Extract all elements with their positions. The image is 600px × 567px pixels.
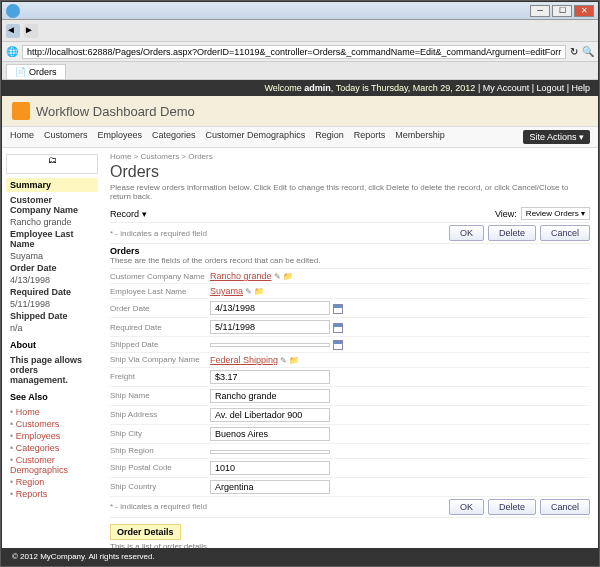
main-menu: Home Customers Employees Categories Cust… [2, 127, 598, 148]
about-title: About [6, 338, 98, 352]
lookup-icon[interactable]: 📁 [254, 287, 264, 296]
logout-link[interactable]: Logout [537, 83, 565, 93]
calendar-icon[interactable] [333, 323, 343, 333]
summary-value: 5/11/1998 [6, 298, 98, 310]
freight-input[interactable]: $3.17 [210, 370, 330, 384]
cancel-button[interactable]: Cancel [540, 499, 590, 515]
lookup-icon[interactable]: 📁 [289, 356, 299, 365]
orderdate-input[interactable]: 4/13/1998 [210, 301, 330, 315]
menu-region[interactable]: Region [315, 130, 344, 144]
order-form: Customer Company NameRancho grande✎📁 Emp… [110, 268, 590, 497]
shipcountry-input[interactable]: Argentina [210, 480, 330, 494]
nav-toolbar: ◄ ► [2, 20, 598, 42]
globe-icon: 🌐 [6, 46, 18, 57]
seealso-link[interactable]: Customer Demographics [6, 454, 98, 476]
back-icon[interactable]: ◄ [6, 24, 20, 38]
edit-icon[interactable]: ✎ [274, 272, 281, 281]
edit-icon[interactable]: ✎ [280, 356, 287, 365]
view-label: View: [495, 209, 517, 219]
seealso-title: See Also [6, 390, 98, 404]
tab-label: Orders [29, 67, 57, 77]
summary-label: Order Date [6, 262, 98, 274]
menu-customers[interactable]: Customers [44, 130, 88, 144]
calendar-icon[interactable] [333, 340, 343, 350]
record-dropdown[interactable]: Record ▾ [110, 209, 147, 219]
brand-title: Workflow Dashboard Demo [36, 104, 195, 119]
shipdate-input[interactable] [210, 343, 330, 347]
record-toolbar: Record ▾ View: Review Orders ▾ [110, 205, 590, 223]
forward-icon[interactable]: ► [24, 24, 38, 38]
summary-label: Employee Last Name [6, 228, 98, 250]
shipcity-input[interactable]: Buenos Aires [210, 427, 330, 441]
title-bar: ─ ☐ ✕ [2, 2, 598, 20]
close-button[interactable]: ✕ [574, 5, 594, 17]
required-note: * - indicates a required field [110, 229, 207, 238]
current-user: admin [304, 83, 331, 93]
seealso-link[interactable]: Reports [6, 488, 98, 500]
ok-button[interactable]: OK [449, 499, 484, 515]
summary-value: Rancho grande [6, 216, 98, 228]
menu-custdemo[interactable]: Customer Demographics [206, 130, 306, 144]
menu-categories[interactable]: Categories [152, 130, 196, 144]
shippostal-input[interactable]: 1010 [210, 461, 330, 475]
shipname-input[interactable]: Rancho grande [210, 389, 330, 403]
site-actions-button[interactable]: Site Actions ▾ [523, 130, 590, 144]
my-account-link[interactable]: My Account [483, 83, 530, 93]
employee-link[interactable]: Suyama [210, 286, 243, 296]
help-link[interactable]: Help [571, 83, 590, 93]
field-label: Employee Last Name [110, 287, 210, 296]
field-label: Ship Country [110, 482, 210, 491]
shipaddr-input[interactable]: Av. del Libertador 900 [210, 408, 330, 422]
ok-button[interactable]: OK [449, 225, 484, 241]
main-panel: Home > Customers > Orders Orders Please … [102, 148, 598, 548]
action-toolbar-bottom: * - indicates a required field OK Delete… [110, 497, 590, 518]
menu-home[interactable]: Home [10, 130, 34, 144]
minimize-button[interactable]: ─ [530, 5, 550, 17]
about-text: This page allows orders management. [6, 354, 98, 386]
field-label: Shipped Date [110, 340, 210, 349]
sidebar-summary-title: Summary [6, 178, 98, 192]
orders-section-sub: These are the fields of the orders recor… [110, 256, 590, 265]
cancel-button[interactable]: Cancel [540, 225, 590, 241]
summary-label: Required Date [6, 286, 98, 298]
field-label: Order Date [110, 304, 210, 313]
seealso-link[interactable]: Customers [6, 418, 98, 430]
seealso-link[interactable]: Categories [6, 442, 98, 454]
maximize-button[interactable]: ☐ [552, 5, 572, 17]
welcome-bar: Welcome admin, Today is Thursday, March … [2, 80, 598, 96]
tab-orders[interactable]: 📄 Orders [6, 64, 66, 79]
seealso-link[interactable]: Region [6, 476, 98, 488]
edit-icon[interactable]: ✎ [245, 287, 252, 296]
seealso-link[interactable]: Home [6, 406, 98, 418]
field-label: Ship Region [110, 446, 210, 455]
refresh-icon[interactable]: ↻ [570, 46, 578, 57]
breadcrumb: Home > Customers > Orders [110, 152, 590, 161]
field-label: Required Date [110, 323, 210, 332]
lookup-icon[interactable]: 📁 [283, 272, 293, 281]
shipregion-input[interactable] [210, 450, 330, 454]
customer-link[interactable]: Rancho grande [210, 271, 272, 281]
search-icon[interactable]: 🔍 [582, 46, 594, 57]
delete-button[interactable]: Delete [488, 225, 536, 241]
brand-bar: Workflow Dashboard Demo [2, 96, 598, 127]
menu-reports[interactable]: Reports [354, 130, 386, 144]
url-input[interactable] [22, 45, 566, 59]
field-label: Ship Name [110, 391, 210, 400]
reqdate-input[interactable]: 5/11/1998 [210, 320, 330, 334]
calendar-icon[interactable] [333, 304, 343, 314]
view-dropdown[interactable]: Review Orders ▾ [521, 207, 590, 220]
summary-value: Suyama [6, 250, 98, 262]
shipvia-link[interactable]: Federal Shipping [210, 355, 278, 365]
seealso-link[interactable]: Employees [6, 430, 98, 442]
menu-membership[interactable]: Membership [395, 130, 445, 144]
sidebar-icon: 🗂 [6, 154, 98, 174]
page-footer: © 2012 MyCompany. All rights reserved. [2, 548, 598, 565]
address-bar: 🌐 ↻ 🔍 [2, 42, 598, 62]
delete-button[interactable]: Delete [488, 499, 536, 515]
logo-icon [12, 102, 30, 120]
menu-employees[interactable]: Employees [98, 130, 143, 144]
ie-icon [6, 4, 20, 18]
field-label: Ship Address [110, 410, 210, 419]
browser-window: ─ ☐ ✕ ◄ ► 🌐 ↻ 🔍 📄 Orders Welcome admin, … [1, 1, 599, 566]
summary-value: 4/13/1998 [6, 274, 98, 286]
